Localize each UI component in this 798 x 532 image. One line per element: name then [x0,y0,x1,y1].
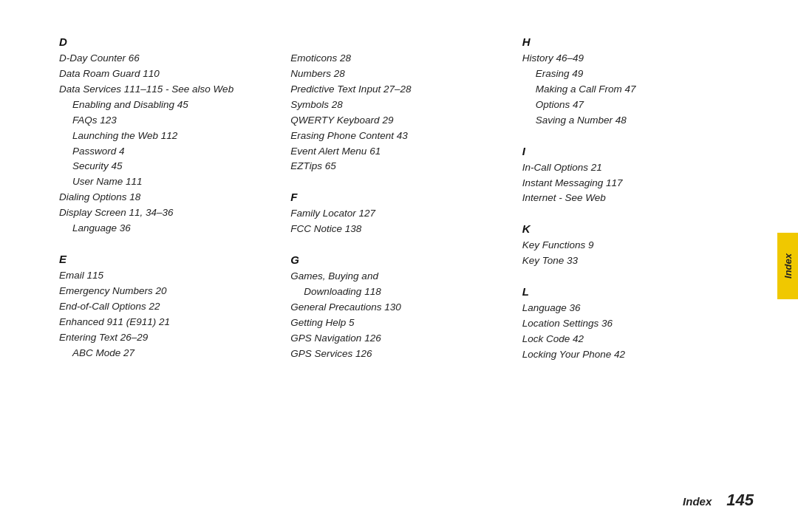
section-H: H History 46–49 Erasing 49 Making a Call… [522,35,739,129]
entry-history: History 46–49 [522,51,739,66]
page-content: D D-Day Counter 66 Data Roam Guard 110 D… [0,0,798,532]
section-header-I: I [522,145,739,157]
section-header-G: G [290,253,507,266]
section-E: E Email 115 Emergency Numbers 20 End-of-… [59,253,276,361]
section-I: I In-Call Options 21 Instant Messaging 1… [522,145,739,207]
section-header-F: F [290,191,507,203]
index-tab-label: Index [782,253,794,279]
entry-d-day-counter: D-Day Counter 66 [59,51,276,66]
entry-instant-messaging: Instant Messaging 117 [522,176,739,191]
entry-qwerty: QWERTY Keyboard 29 [290,113,507,129]
entry-entering-text: Entering Text 26–29 [59,330,276,346]
section-K: K Key Functions 9 Key Tone 33 [522,222,739,269]
entry-username: User Name 111 [59,174,276,190]
column-1: D D-Day Counter 66 Data Roam Guard 110 D… [59,35,290,497]
footer: Index 145 [683,491,754,510]
entry-abc-mode: ABC Mode 27 [59,346,276,361]
entry-display-screen: Display Screen 11, 34–36 [59,205,276,221]
entry-numbers: Numbers 28 [290,66,507,82]
entry-predictive-text: Predictive Text Input 27–28 [290,82,507,98]
entry-key-tone: Key Tone 33 [522,253,739,269]
entry-general-precautions: General Precautions 130 [290,300,507,316]
entry-key-functions: Key Functions 9 [522,238,739,253]
entry-data-services: Data Services 111–115 - See also Web [59,82,276,98]
section-header-H: H [522,35,739,48]
entry-downloading: Downloading 118 [290,284,507,300]
entry-options-h: Options 47 [522,98,739,113]
entry-in-call-options: In-Call Options 21 [522,160,739,176]
entry-family-locator: Family Locator 127 [290,206,507,222]
entry-emoticons: Emoticons 28 [290,51,507,66]
entry-language-l: Language 36 [522,301,739,316]
entry-locking-your-phone: Locking Your Phone 42 [522,347,739,363]
entry-email: Email 115 [59,268,276,284]
entry-launching-web: Launching the Web 112 [59,129,276,144]
entry-gps-services: GPS Services 126 [290,347,507,362]
section-L: L Language 36 Location Settings 36 Lock … [522,285,739,363]
entry-faqs: FAQs 123 [59,113,276,129]
entry-eztips: EZTips 65 [290,159,507,174]
entry-getting-help: Getting Help 5 [290,316,507,331]
entry-password: Password 4 [59,144,276,160]
entry-gps-navigation: GPS Navigation 126 [290,331,507,347]
section-header-D: D [59,35,276,48]
footer-page-number: 145 [726,491,754,510]
entry-event-alert-menu: Event Alert Menu 61 [290,144,507,160]
entry-enabling-disabling: Enabling and Disabling 45 [59,98,276,113]
entry-saving-number: Saving a Number 48 [522,113,739,129]
entry-dialing-options: Dialing Options 18 [59,190,276,205]
entry-games: Games, Buying and [290,269,507,284]
index-tab: Index [777,233,798,299]
section-F: F Family Locator 127 FCC Notice 138 [290,191,507,237]
entry-e911: Enhanced 911 (E911) 21 [59,315,276,330]
section-D: D D-Day Counter 66 Data Roam Guard 110 D… [59,35,276,236]
column-3: H History 46–49 Erasing 49 Making a Call… [522,35,754,497]
entry-emergency-numbers: Emergency Numbers 20 [59,284,276,299]
footer-label: Index [683,495,712,508]
section-header-K: K [522,222,739,235]
entry-language-d: Language 36 [59,221,276,236]
section-header-E: E [59,253,276,265]
entry-location-settings: Location Settings 36 [522,316,739,332]
entry-erasing: Erasing 49 [522,66,739,82]
column-2: . Emoticons 28 Numbers 28 Predictive Tex… [290,35,522,497]
entry-internet: Internet - See Web [522,191,739,206]
entry-making-call-from: Making a Call From 47 [522,82,739,98]
section-header-L: L [522,285,739,298]
section-G: G Games, Buying and Downloading 118 Gene… [290,253,507,362]
entry-fcc-notice: FCC Notice 138 [290,222,507,237]
entry-data-roam-guard: Data Roam Guard 110 [59,66,276,82]
entry-end-of-call: End-of-Call Options 22 [59,299,276,315]
entry-erasing-phone-content: Erasing Phone Content 43 [290,129,507,144]
entry-symbols: Symbols 28 [290,98,507,113]
section-E-continued: . Emoticons 28 Numbers 28 Predictive Tex… [290,35,507,174]
entry-lock-code: Lock Code 42 [522,332,739,347]
entry-security: Security 45 [59,159,276,174]
